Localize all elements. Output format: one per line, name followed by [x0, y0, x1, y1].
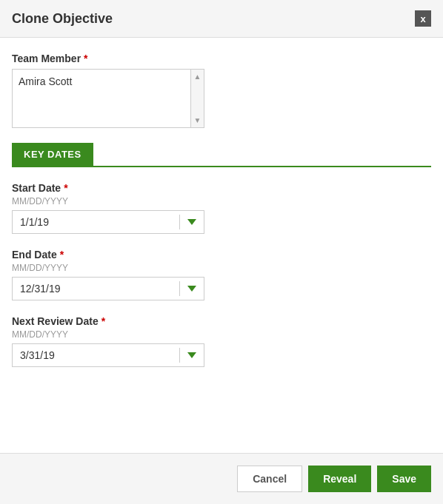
next-review-date-dropdown-arrow	[187, 352, 196, 358]
end-date-field-group: End Date * MM/DD/YYYY	[12, 249, 431, 300]
section-divider	[12, 166, 431, 167]
close-button[interactable]: x	[415, 10, 431, 27]
scroll-down-arrow[interactable]: ▼	[193, 115, 203, 126]
start-date-dropdown-button[interactable]	[179, 215, 204, 229]
start-date-format-hint: MM/DD/YYYY	[12, 196, 431, 206]
next-review-date-format-hint: MM/DD/YYYY	[12, 329, 431, 340]
start-date-field-group: Start Date * MM/DD/YYYY	[12, 182, 431, 234]
scrollbar-track: ▲ ▼	[190, 70, 204, 127]
start-date-required: *	[64, 182, 67, 194]
next-review-date-input[interactable]	[13, 344, 179, 366]
clone-objective-modal: Clone Objective x Team Member * Amira Sc…	[0, 0, 443, 504]
end-date-label: End Date *	[12, 249, 431, 261]
reveal-button[interactable]: Reveal	[308, 466, 371, 492]
end-date-required: *	[60, 249, 64, 261]
modal-header: Clone Objective x	[0, 0, 443, 38]
start-date-label: Start Date *	[12, 182, 431, 194]
key-dates-tab: KEY DATES	[12, 143, 93, 166]
next-review-date-field-group: Next Review Date * MM/DD/YYYY	[12, 315, 431, 367]
team-member-field-group: Team Member * Amira Scott ▲ ▼	[12, 53, 431, 128]
next-review-date-dropdown-button[interactable]	[179, 348, 204, 363]
next-review-date-required: *	[101, 315, 105, 327]
team-member-required: *	[84, 53, 87, 64]
start-date-input[interactable]	[13, 211, 179, 233]
start-date-input-wrapper	[12, 210, 204, 234]
end-date-format-hint: MM/DD/YYYY	[12, 263, 431, 273]
scroll-up-arrow[interactable]: ▲	[193, 71, 203, 82]
end-date-input[interactable]	[13, 278, 179, 300]
modal-body: Team Member * Amira Scott ▲ ▼ KEY DATES …	[0, 38, 443, 453]
next-review-date-label: Next Review Date *	[12, 315, 431, 327]
team-member-wrapper: Amira Scott ▲ ▼	[12, 69, 204, 128]
team-member-value: Amira Scott	[13, 70, 204, 127]
key-dates-section-header: KEY DATES	[12, 143, 431, 167]
modal-footer: Cancel Reveal Save	[0, 453, 443, 504]
start-date-dropdown-arrow	[187, 219, 196, 225]
next-review-date-input-wrapper	[12, 343, 204, 367]
cancel-button[interactable]: Cancel	[237, 466, 302, 492]
save-button[interactable]: Save	[377, 466, 431, 492]
end-date-input-wrapper	[12, 277, 204, 300]
team-member-label: Team Member *	[12, 53, 431, 64]
end-date-dropdown-arrow	[187, 286, 196, 292]
end-date-dropdown-button[interactable]	[179, 281, 204, 296]
modal-title: Clone Objective	[12, 11, 113, 27]
